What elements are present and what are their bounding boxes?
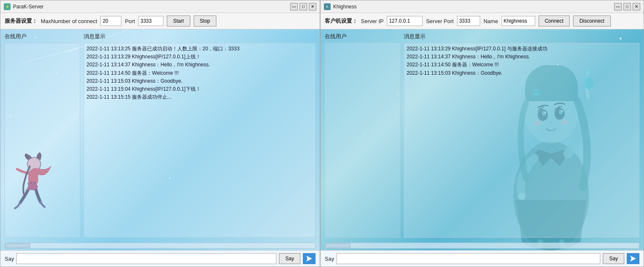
server-title-bar: ⚡ ParaK-Server — □ ✕ [0,0,320,13]
server-messages-panel: 消息显示 2022-1-11 13:13:25 服务器已成功启动！人数上限：20… [84,33,315,238]
server-send-button[interactable] [303,253,315,264]
client-say-input[interactable] [336,253,600,264]
server-send-icon [305,255,313,262]
client-config-label: 客户机设置： [325,17,357,25]
client-close-button[interactable]: ✕ [633,3,640,10]
client-serverip-label: Server IP [361,18,384,24]
server-port-input[interactable] [138,16,163,26]
client-name-label: Name [484,18,498,24]
client-say-button[interactable]: Say [603,253,624,264]
client-window-controls: — □ ✕ [614,3,640,10]
client-connect-button[interactable]: Connect [539,16,570,26]
server-stop-button[interactable]: Stop [194,16,217,26]
client-bottom-bar: Say Say [321,250,644,267]
client-messages-title: 消息显示 [404,33,639,40]
server-message-line: 2022-1-11 13:13:25 服务器已成功启动！人数上限：20，端口：3… [87,45,313,53]
client-minimize-button[interactable]: — [614,3,622,10]
svg-marker-16 [630,256,636,262]
client-window-icon: K [324,3,331,10]
server-say-input[interactable] [16,253,276,264]
server-scroll-thumb[interactable] [5,243,30,248]
server-users-box [5,43,80,238]
client-disconnect-button[interactable]: Disconnect [573,16,610,26]
client-serverip-input[interactable] [387,16,423,26]
server-window-controls: — □ ✕ [290,3,316,10]
server-message-line: 2022-1-11 13:15:03 Khighness：Goodbye. [87,77,313,85]
server-close-button[interactable]: ✕ [309,3,316,10]
client-say-label: Say [325,256,334,262]
server-main-content: ✦ ✦ ★ ✦ ✦ [0,29,320,250]
client-online-users-panel: 在线用户 [325,33,400,238]
server-start-button[interactable]: Start [167,16,190,26]
server-config-bar: 服务器设置： MaxNumber of connect Port Start S… [0,13,320,29]
server-online-users-panel: 在线用户 [5,33,80,238]
client-title-bar: K Khighness — □ ✕ [321,0,644,13]
server-window-icon: ⚡ [4,3,11,10]
client-send-button[interactable] [627,253,639,264]
server-maximize-button[interactable]: □ [300,3,307,10]
server-say-label: Say [5,256,14,262]
client-title-left: K Khighness [324,3,357,10]
server-messages-title: 消息显示 [84,33,315,40]
server-message-line: 2022-1-11 13:15:04 Khighness[IP/127.0.0.… [87,85,313,93]
server-config-label: 服务器设置： [5,17,37,25]
server-window-title: ParaK-Server [13,4,44,10]
client-messages-panel: 消息显示 2022-1-11 13:13:29 Khighness[IP/127… [404,33,639,238]
client-users-box [325,43,400,238]
server-title-left: ⚡ ParaK-Server [4,3,44,10]
server-bottom-bar: Say Say [0,250,320,267]
client-message-line: 2022-1-11 13:13:29 Khighness[IP/127.0.0.… [407,45,636,53]
server-message-line: 2022-1-11 13:14:37 Khighness：Hello，I'm K… [87,61,313,69]
client-messages-box[interactable]: 2022-1-11 13:13:29 Khighness[IP/127.0.0.… [404,43,639,238]
server-message-line: 2022-1-11 13:13:29 Khighness[IP/127.0.0.… [87,53,313,61]
client-name-input[interactable] [502,16,535,26]
client-scrollbar-area [321,241,644,250]
server-maxnumber-input[interactable] [100,16,121,26]
server-content-row: 在线用户 消息显示 2022-1-11 13:13:25 服务器已成功启动！人数… [0,29,320,241]
server-scrollbar-area [0,241,320,250]
server-online-users-title: 在线用户 [5,33,80,40]
server-messages-box[interactable]: 2022-1-11 13:13:25 服务器已成功启动！人数上限：20，端口：3… [84,43,315,238]
client-serverport-input[interactable] [457,16,480,26]
client-window: K Khighness — □ ✕ 客户机设置： Server IP Serve… [320,0,644,267]
client-main-content: ✦ ✦ ★ ✦ ✦ [321,29,644,250]
server-message-line: 2022-1-11 13:15:15 服务器成功停止... [87,93,313,101]
client-scroll-thumb[interactable] [325,243,350,248]
client-online-users-title: 在线用户 [325,33,400,40]
client-window-title: Khighness [333,4,357,10]
client-message-line: 2022-1-11 13:15:03 Khighness：Goodbye. [407,69,636,77]
server-maxnumber-label: MaxNumber of connect [41,18,97,24]
client-scroll-track[interactable] [325,243,639,249]
server-scroll-track[interactable] [5,243,315,249]
server-message-line: 2022-1-11 13:14:50 服务器：Welcome !!! [87,69,313,77]
server-window: ⚡ ParaK-Server — □ ✕ 服务器设置： MaxNumber of… [0,0,320,267]
client-send-icon [629,255,637,262]
client-message-line: 2022-1-11 13:14:37 Khighness：Hello，I'm K… [407,53,636,61]
client-serverport-label: Server Port [426,18,454,24]
client-message-line: 2022-1-11 13:14:50 服务器：Welcome !!! [407,61,636,69]
server-port-label: Port [125,18,135,24]
client-content-row: 在线用户 消息显示 2022-1-11 13:13:29 Khighness[I… [321,29,644,241]
client-config-bar: 客户机设置： Server IP Server Port Name Connec… [321,13,644,29]
client-maximize-button[interactable]: □ [623,3,631,10]
svg-marker-2 [306,256,312,262]
server-say-button[interactable]: Say [279,253,300,264]
server-minimize-button[interactable]: — [290,3,298,10]
